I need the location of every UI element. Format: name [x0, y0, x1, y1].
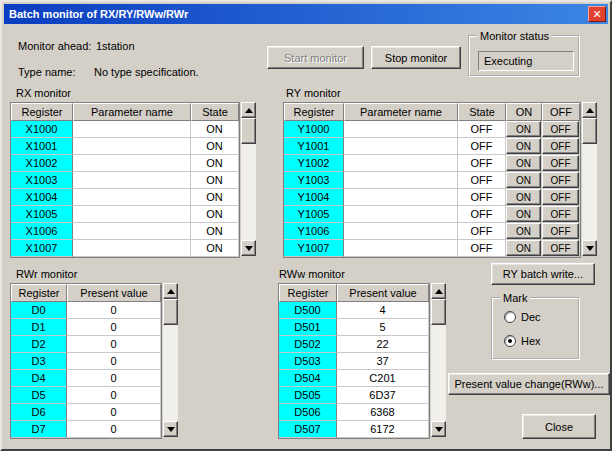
ry-on-cell: ON — [506, 206, 542, 223]
ry-batch-write-button[interactable]: RY batch write... — [491, 263, 595, 285]
ry-on-button[interactable]: ON — [506, 121, 541, 137]
rwr-register-cell: D2 — [11, 336, 67, 353]
ry-on-button[interactable]: ON — [506, 138, 541, 154]
rx-table-row: X1003 ON — [11, 172, 239, 189]
start-monitor-button[interactable]: Start monitor — [267, 46, 364, 69]
rwr-value-cell: 0 — [67, 319, 161, 336]
ry-scroll-up-button[interactable] — [582, 102, 597, 118]
ry-table-row: Y1004 OFF ON OFF — [284, 189, 580, 206]
rwr-scroll-thumb[interactable] — [163, 299, 178, 325]
ry-register-cell: Y1001 — [284, 138, 344, 155]
ry-off-cell: OFF — [542, 240, 580, 257]
rx-scroll-thumb[interactable] — [241, 118, 256, 144]
ry-col-off: OFF — [542, 103, 580, 121]
hex-radio-label: Hex — [521, 335, 541, 347]
rx-table-row: X1007 ON — [11, 240, 239, 257]
rww-register-cell: D500 — [279, 302, 337, 319]
rwr-monitor-table: Register Present value D0 0 D1 0 D2 0 D3… — [10, 283, 162, 439]
rwr-table-header: Register Present value — [11, 284, 161, 302]
rww-table-row: D506 6368 — [279, 404, 429, 421]
ry-off-button[interactable]: OFF — [542, 189, 579, 205]
monitor-status-group: Monitor status Executing — [468, 35, 580, 77]
rx-parameter-cell — [73, 206, 191, 223]
rx-register-cell: X1006 — [11, 223, 73, 240]
rx-scroll-track[interactable] — [241, 118, 256, 240]
titlebar[interactable]: Batch monitor of RX/RY/RWw/RWr ✕ — [4, 4, 608, 24]
ry-off-button[interactable]: OFF — [542, 155, 579, 171]
ry-on-cell: ON — [506, 155, 542, 172]
rwr-table-row: D7 0 — [11, 421, 161, 438]
rwr-scroll-down-button[interactable] — [163, 421, 178, 437]
present-value-change-button[interactable]: Present value change(RWw)... — [448, 373, 610, 395]
rx-parameter-cell — [73, 223, 191, 240]
rx-table-header: Register Parameter name State — [11, 103, 239, 121]
hex-radio[interactable]: Hex — [504, 335, 541, 347]
ry-off-button[interactable]: OFF — [542, 240, 579, 256]
ry-scroll-down-button[interactable] — [582, 240, 597, 256]
rww-scroll-down-button[interactable] — [431, 421, 446, 437]
ry-off-cell: OFF — [542, 155, 580, 172]
rww-scroll-up-button[interactable] — [431, 283, 446, 299]
rx-scrollbar[interactable] — [240, 102, 256, 256]
ry-on-button[interactable]: ON — [506, 206, 541, 222]
rww-register-cell: D501 — [279, 319, 337, 336]
ry-on-button[interactable]: ON — [506, 223, 541, 239]
down-arrow-icon — [245, 246, 253, 255]
rwr-scroll-up-button[interactable] — [163, 283, 178, 299]
ry-scrollbar[interactable] — [581, 102, 597, 256]
rww-scroll-track[interactable] — [431, 299, 446, 421]
rx-scroll-down-button[interactable] — [241, 240, 256, 256]
rwr-value-cell: 0 — [67, 336, 161, 353]
ry-on-button[interactable]: ON — [506, 172, 541, 188]
rx-state-cell: ON — [191, 172, 239, 189]
rwr-scroll-track[interactable] — [163, 299, 178, 421]
rww-value-cell: 5 — [337, 319, 429, 336]
ry-on-button[interactable]: ON — [506, 189, 541, 205]
rww-table-row: D504 C201 — [279, 370, 429, 387]
rx-table-row: X1005 ON — [11, 206, 239, 223]
rwr-register-cell: D1 — [11, 319, 67, 336]
ry-state-cell: OFF — [458, 138, 506, 155]
ry-state-cell: OFF — [458, 189, 506, 206]
monitor-status-label: Monitor status — [477, 30, 552, 42]
ry-scroll-track[interactable] — [582, 118, 597, 240]
ry-off-button[interactable]: OFF — [542, 172, 579, 188]
close-dialog-button[interactable]: Close — [522, 414, 596, 439]
ry-register-cell: Y1002 — [284, 155, 344, 172]
rwr-value-cell: 0 — [67, 421, 161, 438]
ry-off-button[interactable]: OFF — [542, 121, 579, 137]
rww-scroll-thumb[interactable] — [431, 299, 446, 325]
rx-parameter-cell — [73, 172, 191, 189]
rx-parameter-cell — [73, 240, 191, 257]
rx-col-register: Register — [11, 103, 73, 121]
ry-state-cell: OFF — [458, 206, 506, 223]
ry-off-button[interactable]: OFF — [542, 138, 579, 154]
rwr-scrollbar[interactable] — [162, 283, 178, 437]
ry-table-row: Y1007 OFF ON OFF — [284, 240, 580, 257]
rx-state-cell: ON — [191, 121, 239, 138]
stop-monitor-button[interactable]: Stop monitor — [371, 46, 461, 69]
rx-table-row: X1004 ON — [11, 189, 239, 206]
ry-off-button[interactable]: OFF — [542, 206, 579, 222]
ry-off-cell: OFF — [542, 121, 580, 138]
rx-scroll-up-button[interactable] — [241, 102, 256, 118]
rww-scrollbar[interactable] — [430, 283, 446, 437]
ry-register-cell: Y1006 — [284, 223, 344, 240]
ry-off-cell: OFF — [542, 138, 580, 155]
rwr-register-cell: D0 — [11, 302, 67, 319]
rx-register-cell: X1000 — [11, 121, 73, 138]
ry-scroll-thumb[interactable] — [582, 118, 597, 144]
dec-radio[interactable]: Dec — [504, 311, 541, 323]
ry-off-cell: OFF — [542, 189, 580, 206]
ry-on-button[interactable]: ON — [506, 155, 541, 171]
ry-on-button[interactable]: ON — [506, 240, 541, 256]
ry-off-button[interactable]: OFF — [542, 223, 579, 239]
rwr-monitor-title: RWr monitor — [16, 268, 77, 280]
rww-col-present-value: Present value — [337, 284, 429, 302]
ry-table-row: Y1001 OFF ON OFF — [284, 138, 580, 155]
ry-table-header: Register Parameter name State ON OFF — [284, 103, 580, 121]
ry-table-row: Y1003 OFF ON OFF — [284, 172, 580, 189]
ry-state-cell: OFF — [458, 240, 506, 257]
close-button[interactable]: ✕ — [588, 6, 606, 22]
rww-col-register: Register — [279, 284, 337, 302]
